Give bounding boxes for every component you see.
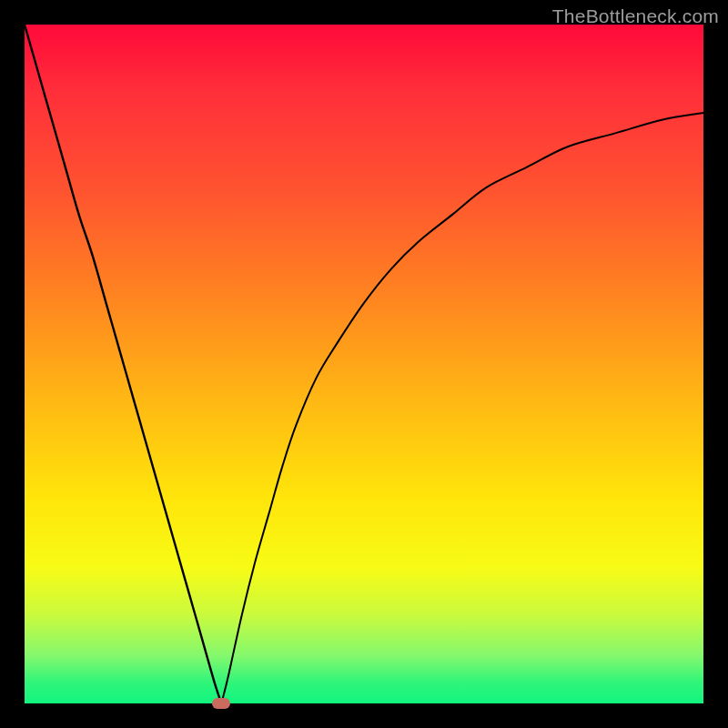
stage: TheBottleneck.com (0, 0, 728, 728)
vertex-marker (212, 698, 230, 709)
chart-curve-svg (25, 25, 703, 703)
chart-plot-area (25, 25, 703, 703)
curve-right-path (221, 113, 703, 703)
curve-left-path (25, 25, 221, 703)
